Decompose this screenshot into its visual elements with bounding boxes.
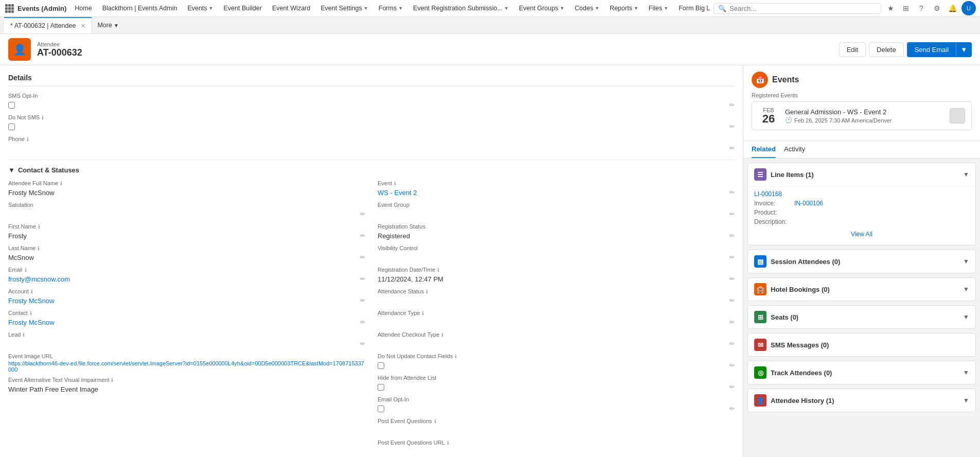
hotel-bookings-dropdown-icon[interactable]: ▼ [963, 286, 969, 293]
do-not-update-edit-icon[interactable]: ✏ [729, 362, 735, 369]
tab-related[interactable]: Related [752, 145, 776, 158]
delete-button[interactable]: Delete [869, 42, 904, 57]
session-attendees-header[interactable]: ▤ Session Attendees (0) ▼ [748, 250, 975, 273]
phone-info-icon[interactable]: ℹ [27, 136, 29, 142]
tab-close-icon[interactable]: ✕ [81, 23, 85, 29]
account-edit-icon[interactable]: ✏ [360, 297, 365, 304]
last-name-edit-icon[interactable]: ✏ [360, 254, 365, 261]
registration-datetime-edit-icon[interactable]: ✏ [729, 275, 735, 283]
contact-statuses-toggle[interactable]: ▼ Contact & Statuses [8, 166, 735, 174]
visibility-control-edit-icon[interactable]: ✏ [729, 254, 735, 261]
attendee-history-header[interactable]: 👤 Attendee History (1) ▼ [748, 389, 975, 412]
event-edit-icon[interactable]: ✏ [729, 189, 735, 196]
event-link[interactable]: WS - Event 2 [378, 189, 417, 197]
registration-datetime-info-icon[interactable]: ℹ [437, 267, 439, 273]
event-info-icon[interactable]: ℹ [394, 181, 396, 186]
nav-events[interactable]: Events▼ [182, 0, 218, 17]
sms-messages-header[interactable]: ✉ SMS Messages (0) [748, 333, 975, 356]
nav-event-wizard[interactable]: Event Wizard [267, 0, 315, 17]
nav-codes[interactable]: Codes▼ [569, 0, 604, 17]
post-event-questions-url-info-icon[interactable]: ℹ [447, 440, 449, 446]
event-group-label: Event Group [378, 202, 735, 208]
seats-dropdown-icon[interactable]: ▼ [963, 313, 969, 321]
email-opt-in-edit-icon[interactable]: ✏ [729, 405, 735, 412]
event-image-url-link[interactable]: https://blackthorn46-dev-ed.file.force.c… [8, 360, 365, 373]
first-name-info-icon[interactable]: ℹ [38, 224, 40, 230]
do-not-update-checkbox[interactable] [378, 362, 384, 369]
hide-from-attendee-checkbox[interactable] [378, 384, 384, 391]
nav-event-settings[interactable]: Event Settings▼ [315, 0, 373, 17]
contact-edit-icon[interactable]: ✏ [360, 319, 365, 326]
invoice-link[interactable]: IN-000106 [794, 200, 823, 207]
event-image-url-label: Event Image URL [8, 353, 365, 359]
event-alt-text-info-icon[interactable]: ℹ [111, 377, 113, 383]
track-attendees-dropdown-icon[interactable]: ▼ [963, 369, 969, 376]
search-input[interactable] [729, 5, 877, 12]
email-edit-icon[interactable]: ✏ [360, 275, 365, 283]
sms-opt-in-edit-icon[interactable]: ✏ [729, 101, 735, 109]
attendee-checkout-edit-icon[interactable]: ✏ [729, 340, 735, 347]
attendance-type-edit-icon[interactable]: ✏ [729, 319, 735, 326]
view-all-link[interactable]: View All [754, 227, 969, 241]
contact-link[interactable]: Frosty McSnow [8, 319, 55, 326]
lead-info-icon[interactable]: ℹ [23, 332, 25, 338]
edit-button[interactable]: Edit [839, 42, 866, 57]
attendee-checkout-info-icon[interactable]: ℹ [441, 332, 443, 338]
send-email-dropdown-arrow[interactable]: ▼ [956, 42, 972, 57]
notification-icon[interactable]: 🔔 [946, 2, 958, 14]
seats-header[interactable]: ⊞ Seats (0) ▼ [748, 306, 975, 328]
tab-activity[interactable]: Activity [784, 145, 805, 158]
favorites-icon[interactable]: ★ [884, 2, 897, 14]
event-image-url-value: https://blackthorn46-dev-ed.file.force.c… [8, 360, 365, 373]
nav-files[interactable]: Files▼ [644, 0, 673, 17]
line-items-header[interactable]: ☰ Line Items (1) ▼ [748, 163, 975, 186]
salutation-edit-icon[interactable]: ✏ [360, 210, 365, 218]
attendee-history-dropdown-icon[interactable]: ▼ [963, 397, 969, 404]
email-opt-in-checkbox[interactable] [378, 406, 384, 412]
last-name-info-icon[interactable]: ℹ [38, 245, 40, 251]
account-info-icon[interactable]: ℹ [31, 289, 33, 294]
session-attendees-dropdown-icon[interactable]: ▼ [963, 258, 969, 265]
nav-form-big-list[interactable]: Form Big List Groups▼ [673, 0, 710, 17]
registration-status-edit-icon[interactable]: ✏ [729, 232, 735, 239]
nav-forms[interactable]: Forms▼ [373, 0, 408, 17]
nav-blackthorn[interactable]: Blackthorn | Events Admin [97, 0, 183, 17]
active-tab[interactable]: * AT-000632 | Attendee ✕ [4, 17, 92, 34]
contact-info-icon[interactable]: ℹ [30, 310, 32, 316]
first-name-edit-icon[interactable]: ✏ [360, 232, 365, 239]
attendee-full-name-info-icon[interactable]: ℹ [60, 181, 62, 186]
line-items-dropdown-icon[interactable]: ▼ [963, 171, 969, 178]
email-info-icon[interactable]: ℹ [25, 267, 27, 273]
email-link[interactable]: frosty@mcsnow.com [8, 275, 70, 283]
attendance-type-info-icon[interactable]: ℹ [422, 310, 424, 316]
hotel-bookings-header[interactable]: 🏨 Hotel Bookings (0) ▼ [748, 278, 975, 301]
more-tab[interactable]: More ▼ [92, 17, 123, 34]
settings-icon[interactable]: ⚙ [931, 2, 943, 14]
help-icon[interactable]: ? [915, 2, 928, 14]
nav-event-groups[interactable]: Event Groups▼ [514, 0, 569, 17]
account-link[interactable]: Frosty McSnow [8, 297, 55, 305]
related-activity-tabs: Related Activity [743, 141, 980, 159]
li-id-link[interactable]: LI-000168 [754, 190, 782, 198]
lead-edit-icon[interactable]: ✏ [360, 340, 365, 347]
nav-event-builder[interactable]: Event Builder [219, 0, 267, 17]
nav-home[interactable]: Home [69, 0, 97, 17]
sms-opt-in-checkbox[interactable] [8, 102, 15, 109]
send-email-button[interactable]: Send Email [907, 42, 956, 57]
attendance-status-info-icon[interactable]: ℹ [426, 289, 428, 294]
event-group-edit-icon[interactable]: ✏ [729, 210, 735, 218]
do-not-sms-edit-icon[interactable]: ✏ [729, 123, 735, 130]
app-launcher-icon[interactable] [4, 3, 14, 13]
do-not-sms-info-icon[interactable]: ℹ [42, 115, 44, 120]
grid-icon[interactable]: ⊞ [900, 2, 912, 14]
do-not-update-info-icon[interactable]: ℹ [455, 354, 457, 359]
hide-from-attendee-edit-icon[interactable]: ✏ [729, 383, 735, 391]
post-event-questions-info-icon[interactable]: ℹ [434, 418, 436, 424]
nav-event-registration[interactable]: Event Registration Submissio...▼ [408, 0, 514, 17]
do-not-sms-checkbox[interactable] [8, 124, 15, 130]
track-attendees-header[interactable]: ◎ Track Attendees (0) ▼ [748, 361, 975, 384]
nav-reports[interactable]: Reports▼ [604, 0, 644, 17]
attendance-status-edit-icon[interactable]: ✏ [729, 297, 735, 304]
user-avatar[interactable]: U [961, 1, 976, 15]
phone-edit-icon[interactable]: ✏ [729, 145, 735, 152]
